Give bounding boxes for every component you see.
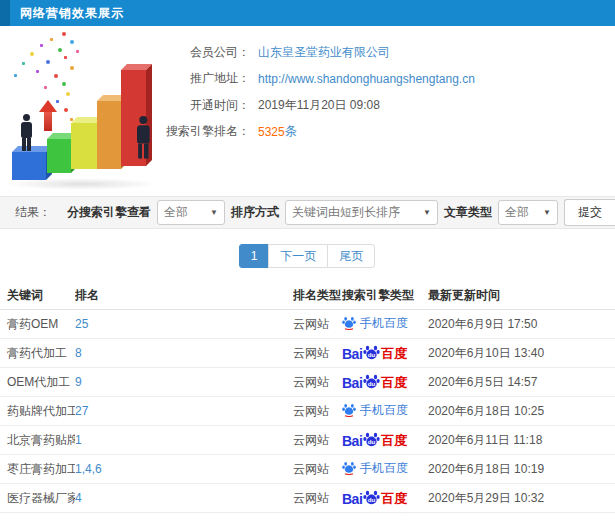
table-row: OEM代加工 9 云网站 Bai du 百度 2020年6月5日 14:57 <box>0 368 615 397</box>
bar-green <box>47 139 71 173</box>
table-row: 菏泽膏药厂家 17 云网站 手机百度 2020年6月11日 11:40 <box>0 513 615 520</box>
cell-updated: 2020年6月11日 11:40 <box>428 513 615 520</box>
table-row: 药贴牌代加工 27 云网站 手机百度 2020年6月18日 10:25 <box>0 397 615 426</box>
info-row-rank-count: 搜索引擎排名： 5325 条 <box>140 119 475 146</box>
engine-mobile: 手机百度 <box>342 402 408 419</box>
chevron-down-icon: ▼ <box>423 208 431 217</box>
next-page-button[interactable]: 下一页 <box>268 244 328 268</box>
cell-rank-type: 云网站 <box>293 455 342 484</box>
cell-rank[interactable]: 25 <box>75 310 293 339</box>
article-type-select[interactable]: 全部 ▼ <box>498 200 558 225</box>
baidu-paw-icon: du <box>363 432 380 448</box>
col-rank: 排名 <box>75 281 293 310</box>
table-row: 膏药代加工 8 云网站 Bai du 百度 2020年6月10日 13:40 <box>0 339 615 368</box>
baidu-logo-bai: Bai <box>342 434 362 448</box>
cell-rank[interactable]: 17 <box>75 513 293 520</box>
engine-mobile-label: 手机百度 <box>360 315 408 332</box>
baidu-logo-name: 百度 <box>381 492 407 506</box>
cell-updated: 2020年6月9日 17:50 <box>428 310 615 339</box>
opened-label: 开通时间： <box>140 97 250 114</box>
engine-mobile-label: 手机百度 <box>360 460 408 477</box>
cell-updated: 2020年5月29日 10:32 <box>428 484 615 513</box>
cell-engine: 手机百度 <box>342 513 428 520</box>
cell-rank[interactable]: 1 <box>75 426 293 455</box>
promotion-url-link[interactable]: http://www.shandonghuangshengtang.cn <box>258 72 475 86</box>
page-title: 网络营销效果展示 <box>20 5 124 22</box>
baidu-logo-name: 百度 <box>381 376 407 390</box>
cell-updated: 2020年6月18日 10:19 <box>428 455 615 484</box>
baidu-logo: Bai du 百度 <box>342 374 407 390</box>
info-section: 会员公司： 山东皇圣堂药业有限公司 推广地址： http://www.shand… <box>0 26 615 196</box>
cell-rank[interactable]: 8 <box>75 339 293 368</box>
results-table: 关键词 排名 排名类型 搜索引擎类型 最新更新时间 膏药OEM 25 云网站 <box>0 281 615 520</box>
engine-mobile: 手机百度 <box>342 460 408 477</box>
submit-button[interactable]: 提交 <box>564 199 615 226</box>
cell-rank[interactable]: 1,4,6 <box>75 455 293 484</box>
article-type-label: 文章类型 <box>444 204 492 221</box>
filter-controls: 分搜索引擎查看 全部 ▼ 排序方式 关键词由短到长排序 ▼ 文章类型 全部 ▼ … <box>67 199 615 226</box>
article-type-value: 全部 <box>505 204 529 221</box>
cell-rank-type: 云网站 <box>293 513 342 520</box>
mobile-baidu-icon <box>342 403 356 417</box>
cell-keyword: 北京膏药贴牌 <box>0 426 75 455</box>
cell-engine: 手机百度 <box>342 455 428 484</box>
table-row: 枣庄膏药加工 1,4,6 云网站 手机百度 2020年6月18日 10:19 <box>0 455 615 484</box>
mobile-baidu-icon <box>342 316 356 330</box>
up-arrow-icon <box>39 100 57 131</box>
col-rank-type: 排名类型 <box>293 281 342 310</box>
sort-select-value: 关键词由短到长排序 <box>292 204 400 221</box>
baidu-logo-bai: Bai <box>342 492 362 506</box>
company-link[interactable]: 山东皇圣堂药业有限公司 <box>258 44 390 61</box>
svg-text:du: du <box>368 437 376 444</box>
info-row-opened: 开通时间： 2019年11月20日 09:08 <box>140 92 475 119</box>
baidu-paw-icon: du <box>363 345 380 361</box>
cell-rank-type: 云网站 <box>293 368 342 397</box>
cell-rank[interactable]: 27 <box>75 397 293 426</box>
baidu-logo-name: 百度 <box>381 434 407 448</box>
table-row: 北京膏药贴牌 1 云网站 Bai du 百度 2020年6月11日 11:18 <box>0 426 615 455</box>
cell-keyword: 膏药OEM <box>0 310 75 339</box>
cell-engine: 手机百度 <box>342 397 428 426</box>
info-row-url: 推广地址： http://www.shandonghuangshengtang.… <box>140 66 475 93</box>
chevron-down-icon: ▼ <box>543 208 551 217</box>
cell-engine: 手机百度 <box>342 310 428 339</box>
col-engine-type: 搜索引擎类型 <box>342 281 428 310</box>
baidu-logo: Bai du 百度 <box>342 345 407 361</box>
company-label: 会员公司： <box>140 44 250 61</box>
engine-filter-label: 分搜索引擎查看 <box>67 204 151 221</box>
titlebar: 网络营销效果展示 <box>0 0 615 26</box>
baidu-paw-icon: du <box>363 374 380 390</box>
cell-rank[interactable]: 9 <box>75 368 293 397</box>
col-updated: 最新更新时间 <box>428 281 615 310</box>
engine-mobile: 手机百度 <box>342 315 408 332</box>
baidu-paw-icon: du <box>363 490 380 506</box>
baidu-logo-bai: Bai <box>342 347 362 361</box>
cell-keyword: 枣庄膏药加工 <box>0 455 75 484</box>
svg-text:du: du <box>368 495 376 502</box>
rank-count-label: 搜索引擎排名： <box>140 123 250 140</box>
engine-select[interactable]: 全部 ▼ <box>157 200 225 225</box>
cell-engine: Bai du 百度 <box>342 484 428 513</box>
sort-select[interactable]: 关键词由短到长排序 ▼ <box>285 200 438 225</box>
page-button-current[interactable]: 1 <box>239 244 270 268</box>
cell-rank-type: 云网站 <box>293 339 342 368</box>
cell-rank[interactable]: 4 <box>75 484 293 513</box>
cell-keyword: 膏药代加工 <box>0 339 75 368</box>
titlebar-accent <box>0 0 10 26</box>
filter-bar: 结果： 分搜索引擎查看 全部 ▼ 排序方式 关键词由短到长排序 ▼ 文章类型 全… <box>0 196 615 229</box>
baidu-logo-name: 百度 <box>381 347 407 361</box>
company-info: 会员公司： 山东皇圣堂药业有限公司 推广地址： http://www.shand… <box>140 39 475 145</box>
rank-count-value: 5325 <box>258 125 285 139</box>
engine-mobile-label: 手机百度 <box>360 402 408 419</box>
info-row-company: 会员公司： 山东皇圣堂药业有限公司 <box>140 39 475 66</box>
cell-rank-type: 云网站 <box>293 484 342 513</box>
page: 网络营销效果展示 会员公司： <box>0 0 615 520</box>
result-label: 结果： <box>15 204 51 221</box>
cell-updated: 2020年6月11日 11:18 <box>428 426 615 455</box>
cell-updated: 2020年6月5日 14:57 <box>428 368 615 397</box>
rank-count-unit: 条 <box>285 123 297 140</box>
last-page-button[interactable]: 尾页 <box>327 244 375 268</box>
cell-keyword: 菏泽膏药厂家 <box>0 513 75 520</box>
cell-engine: Bai du 百度 <box>342 339 428 368</box>
opened-value: 2019年11月20日 09:08 <box>258 97 380 114</box>
